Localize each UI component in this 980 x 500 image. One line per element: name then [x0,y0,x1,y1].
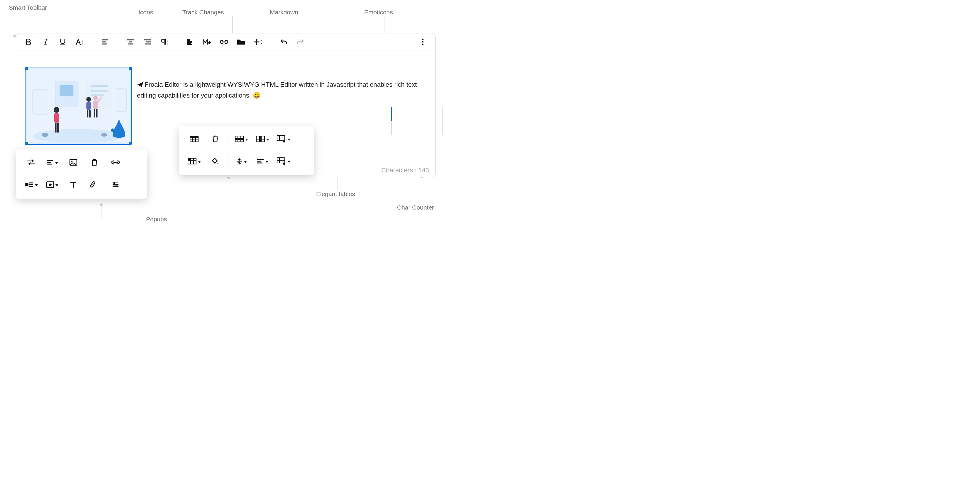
table-style-button[interactable] [273,130,294,149]
text-cursor [191,110,191,117]
image-caption-button[interactable] [63,154,84,172]
image-advanced-button[interactable] [105,176,126,195]
svg-rect-60 [115,186,116,187]
table-cell-valign-button[interactable] [231,152,252,171]
font-style-button[interactable] [71,35,88,49]
caret-down-icon [266,139,269,141]
annotation-leader [229,178,229,219]
underline-icon [59,38,66,45]
trash-icon [212,135,218,144]
svg-rect-27 [115,88,126,111]
table-cell-active[interactable] [188,107,391,121]
svg-point-41 [111,129,115,132]
char-counter-label: Characters : [381,167,418,174]
table-columns-button[interactable] [252,130,273,149]
table-cell[interactable] [391,107,442,121]
table-header-button[interactable] [184,130,205,149]
swap-icon [27,159,35,167]
svg-point-18 [422,43,424,45]
table-style-icon [277,135,286,144]
table-rows-button[interactable] [231,130,252,149]
bold-button[interactable] [20,35,37,49]
link-icon [111,160,119,166]
svg-point-1 [82,40,83,41]
more-button[interactable] [414,35,431,49]
table-cell-halign-button[interactable] [252,152,273,171]
file-manager-button[interactable] [232,35,250,49]
caret-down-icon [244,161,247,163]
caret-down-icon [198,161,201,163]
svg-point-48 [71,161,73,162]
insert-more-button[interactable] [250,35,267,49]
annotation-dot [100,203,103,206]
paragraph-format-button[interactable] [156,35,173,49]
svg-rect-58 [113,182,115,184]
resize-handle[interactable] [129,142,132,145]
image-display-icon [25,182,33,189]
svg-rect-29 [54,113,59,123]
italic-button[interactable] [37,35,54,49]
table-cell-style-button[interactable] [273,152,294,171]
svg-point-15 [261,43,262,44]
resize-handle[interactable] [25,67,28,70]
toolbar-separator [270,37,271,48]
svg-point-43 [101,133,107,137]
svg-rect-34 [87,110,88,117]
annotation-elegant-tables: Elegant tables [316,190,355,198]
image-style-button[interactable] [41,176,63,195]
image-link-button[interactable] [105,154,126,172]
image-align-button[interactable] [41,154,63,172]
resize-handle[interactable] [129,67,132,70]
underline-button[interactable] [54,35,71,49]
caret-down-icon [288,139,291,141]
svg-rect-26 [33,89,48,114]
markdown-icon [203,39,212,45]
table-cell-bg-button[interactable] [205,152,226,171]
table-remove-button[interactable] [205,130,226,149]
table-cells-button[interactable] [184,152,205,171]
caret-down-icon [245,139,248,141]
redo-icon [297,40,304,44]
selected-image[interactable] [25,67,132,145]
annotation-leader [232,16,232,36]
paragraph-icon [160,39,169,45]
folder-icon [237,39,245,45]
svg-rect-35 [89,110,91,117]
svg-rect-31 [57,123,59,133]
sliders-icon [112,181,119,189]
image-remove-button[interactable] [84,154,105,172]
char-counter-value: 143 [418,167,429,174]
link-button[interactable] [216,35,232,49]
emoji-grinning-icon: 😀 [253,92,261,99]
annotation-leader [101,219,145,219]
table-header-icon [190,136,199,143]
table-cell[interactable] [137,107,188,121]
svg-point-42 [41,133,48,137]
paragraph-text: Froala Editor is a lightweight WYSIWYG H… [137,81,417,99]
image-alt-button[interactable] [63,176,84,195]
redo-button[interactable] [292,35,309,49]
image-replace-button[interactable] [21,154,41,172]
markdown-button[interactable] [199,35,216,49]
image-display-button[interactable] [21,176,41,195]
track-changes-button[interactable] [181,35,199,49]
annotation-emoticons: Emoticons [364,9,393,16]
align-left-button[interactable] [97,35,113,49]
svg-rect-39 [96,110,98,117]
annotation-leader [422,177,422,204]
svg-point-14 [261,40,262,41]
align-right-button[interactable] [139,35,156,49]
svg-rect-30 [55,123,57,133]
caret-down-icon [266,161,268,163]
annotation-smart-toolbar: Smart Toolbar [9,4,47,11]
paragraph[interactable]: Froala Editor is a lightweight WYSIWYG H… [137,80,427,100]
font-style-icon [75,39,84,45]
annotation-char-counter: Char Counter [397,204,434,211]
resize-handle[interactable] [25,142,28,145]
table-popup [179,126,314,175]
image-size-button[interactable] [84,176,105,195]
align-center-button[interactable] [122,35,139,49]
annotation-popups: Popups [146,216,167,223]
undo-button[interactable] [275,35,292,49]
table-cell[interactable] [391,121,442,135]
